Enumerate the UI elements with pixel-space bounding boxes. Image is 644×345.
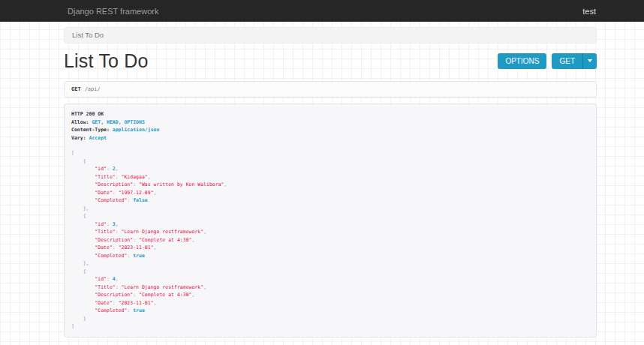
caret-down-icon (588, 59, 592, 62)
request-toolbar: OPTIONS GET (498, 53, 597, 69)
page-header: List To Do OPTIONS GET (64, 48, 597, 74)
response-panel: HTTP 200 OKAllow: GET, HEAD, OPTIONS Con… (64, 104, 597, 338)
response-status-line: HTTP 200 OK (71, 110, 589, 118)
navbar-brand-link[interactable]: Django REST framework (68, 7, 158, 16)
get-format-dropdown-button[interactable] (582, 53, 597, 69)
get-split-button: GET (552, 53, 597, 69)
get-button[interactable]: GET (552, 53, 582, 69)
options-button[interactable]: OPTIONS (498, 53, 546, 69)
response-headers: Allow: GET, HEAD, OPTIONS Content-Type: … (71, 118, 589, 142)
user-menu-link[interactable]: test (582, 7, 596, 16)
breadcrumb-item-active: List To Do (72, 28, 588, 43)
page-title: List To Do (64, 50, 149, 72)
request-method: GET (71, 86, 81, 92)
navbar: Django REST framework test (0, 0, 644, 22)
breadcrumb: List To Do (64, 27, 597, 44)
request-info: GET /api/ (64, 81, 597, 98)
request-path: /api/ (85, 86, 101, 92)
main-content: List To Do List To Do OPTIONS GET GET /a… (64, 27, 597, 338)
response-body-json: [ { "id": 2, "Title": "Kidagaa", "Descri… (71, 149, 589, 331)
